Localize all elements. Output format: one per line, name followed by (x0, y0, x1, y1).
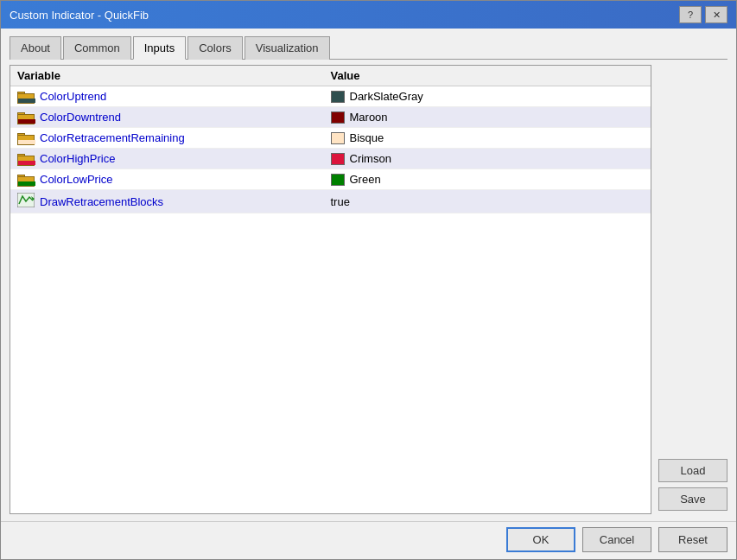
value-cell: Bisque (331, 131, 645, 144)
variable-cell: DrawRetracementBlocks (17, 193, 331, 210)
variable-cell: ColorDowntrend (17, 110, 331, 124)
table-body: ColorUptrendDarkSlateGray ColorDowntrend… (10, 86, 651, 213)
variable-cell: ColorHighPrice (17, 151, 331, 166)
reset-button[interactable]: Reset (658, 527, 727, 552)
folder-icon (17, 110, 35, 124)
table-row[interactable]: ColorHighPriceCrimson (10, 149, 651, 169)
close-button[interactable]: ✕ (705, 6, 727, 23)
variable-name[interactable]: ColorLowPrice (40, 173, 113, 186)
table-header: Variable Value (10, 66, 651, 86)
folder-icon (17, 172, 35, 187)
folder-icon (17, 130, 35, 145)
folder-icon (17, 89, 35, 104)
draw-icon (17, 193, 35, 210)
tab-colors[interactable]: Colors (187, 36, 243, 60)
variable-cell: ColorLowPrice (17, 172, 331, 187)
variable-cell: ColorRetracementRemaining (17, 130, 331, 145)
color-swatch (331, 91, 345, 103)
color-swatch (331, 132, 345, 144)
window-title: Custom Indicator - QuickFib (10, 9, 149, 22)
tab-bar: About Common Inputs Colors Visualization (10, 35, 727, 60)
load-button[interactable]: Load (658, 459, 727, 482)
value-text: Green (350, 173, 381, 186)
table-row[interactable]: ColorDowntrendMaroon (10, 107, 651, 128)
value-text: Crimson (350, 152, 391, 165)
tab-inputs[interactable]: Inputs (133, 36, 186, 60)
dialog-body: About Common Inputs Colors Visualization… (1, 29, 736, 521)
variable-cell: ColorUptrend (17, 89, 331, 104)
variable-name[interactable]: ColorUptrend (40, 90, 106, 103)
ok-button[interactable]: OK (506, 527, 575, 552)
title-bar: Custom Indicator - QuickFib ? ✕ (1, 1, 736, 29)
help-button[interactable]: ? (679, 6, 702, 23)
variable-name[interactable]: ColorDowntrend (40, 111, 121, 124)
table-row[interactable]: ColorUptrendDarkSlateGray (10, 86, 651, 107)
value-text: true (331, 195, 350, 208)
folder-icon (17, 151, 35, 166)
cancel-button[interactable]: Cancel (582, 527, 651, 552)
variable-name[interactable]: ColorRetracementRemaining (40, 131, 185, 144)
save-button[interactable]: Save (658, 487, 727, 511)
color-swatch (331, 174, 345, 186)
value-text: Bisque (350, 131, 384, 144)
variable-name[interactable]: ColorHighPrice (40, 152, 115, 165)
value-text: Maroon (350, 111, 388, 124)
content-area: Variable Value ColorUptrendDarkSlateGray… (10, 65, 727, 514)
color-swatch (331, 111, 345, 124)
tab-about[interactable]: About (10, 36, 61, 60)
value-cell: true (331, 195, 645, 208)
color-swatch (331, 153, 345, 165)
tab-visualization[interactable]: Visualization (245, 36, 330, 60)
table-row[interactable]: ColorLowPriceGreen (10, 169, 651, 190)
value-cell: Crimson (331, 152, 645, 165)
value-cell: Green (331, 173, 645, 186)
dialog-window: Custom Indicator - QuickFib ? ✕ About Co… (0, 0, 737, 560)
col-value-header: Value (331, 69, 645, 82)
table-row[interactable]: ColorRetracementRemainingBisque (10, 128, 651, 149)
side-panel: Load Save (658, 65, 727, 514)
col-variable-header: Variable (17, 69, 331, 82)
main-panel: Variable Value ColorUptrendDarkSlateGray… (10, 65, 651, 514)
footer: OK Cancel Reset (1, 521, 736, 559)
value-cell: DarkSlateGray (331, 90, 645, 103)
table-row[interactable]: DrawRetracementBlockstrue (10, 190, 651, 213)
variable-name[interactable]: DrawRetracementBlocks (40, 195, 163, 208)
value-text: DarkSlateGray (350, 90, 423, 103)
value-cell: Maroon (331, 111, 645, 124)
title-bar-buttons: ? ✕ (679, 6, 727, 23)
tab-common[interactable]: Common (63, 36, 131, 60)
